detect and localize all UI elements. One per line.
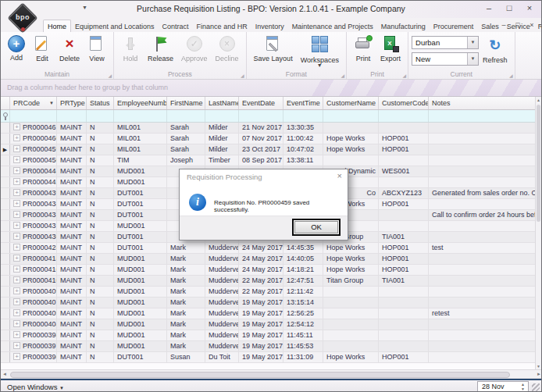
hold-button[interactable]: Hold xyxy=(117,34,144,63)
filter-cell[interactable] xyxy=(429,110,537,122)
minimize-button[interactable]: – xyxy=(479,1,499,16)
grid-row-PR0000418[interactable]: +PR0000418MAINTNMUD001MarkMudderveld24 M… xyxy=(1,254,537,265)
vertical-scrollbar[interactable]: ▲ ▼ xyxy=(535,97,541,369)
grid-row-PR0000450[interactable]: +PR0000450MAINTNTIMJosephTimber08 Sep 20… xyxy=(1,155,537,166)
expand-icon[interactable]: + xyxy=(13,244,20,251)
scroll-down-icon[interactable]: ▼ xyxy=(536,364,541,369)
ok-button[interactable]: OK xyxy=(292,219,341,236)
expand-icon[interactable]: + xyxy=(13,320,20,327)
tab-contract[interactable]: Contract xyxy=(159,20,193,32)
grid-row-PR0000407[interactable]: +PR0000407MAINTNMUD001MarkMudderveld19 M… xyxy=(1,298,537,308)
expand-icon[interactable]: + xyxy=(13,331,20,338)
horizontal-scroll-thumb[interactable] xyxy=(10,372,510,378)
site-dropdown[interactable]: Durban▼ xyxy=(412,36,479,49)
vertical-scroll-thumb[interactable] xyxy=(537,105,540,222)
dialog-launcher-icon[interactable]: ◢ xyxy=(509,73,513,78)
grid-row-PR0000460[interactable]: +PR0000460MAINTNMIL001SarahMilder07 Nov … xyxy=(1,134,537,144)
decline-button[interactable]: ×Decline xyxy=(212,34,243,63)
mdi-minimize-button[interactable]: – xyxy=(497,20,510,30)
date-spinner[interactable]: ▲▼ xyxy=(519,382,527,391)
expand-icon[interactable]: + xyxy=(13,255,20,262)
filter-cell[interactable] xyxy=(323,110,379,122)
expand-icon[interactable]: + xyxy=(13,353,20,360)
expand-icon[interactable]: + xyxy=(13,309,20,316)
workspaces-button[interactable]: Workspaces▼ xyxy=(297,34,343,68)
tab-procurement[interactable]: Procurement xyxy=(430,20,478,32)
column-header-firstname[interactable]: FirstName xyxy=(167,97,205,109)
column-header-employeenumber[interactable]: EmployeeNumber xyxy=(114,97,167,109)
date-field[interactable]: 28 Nov 2017 ▲▼ xyxy=(477,381,529,392)
refresh-button[interactable]: ↻Refresh xyxy=(479,36,512,66)
filter-cell[interactable] xyxy=(379,110,429,122)
expand-icon[interactable]: + xyxy=(13,287,20,294)
filter-pin-cell[interactable] xyxy=(1,110,10,122)
grid-row-PR0000398[interactable]: +PR0000398MAINTNMUD001MarkMudderveld19 M… xyxy=(1,330,537,341)
expand-icon[interactable]: + xyxy=(13,342,20,349)
expand-icon[interactable]: + xyxy=(13,222,20,229)
tab-equipment-and-locations[interactable]: Equipment and Locations xyxy=(71,20,159,32)
resize-grip[interactable] xyxy=(532,383,540,391)
release-button[interactable]: Release xyxy=(144,34,177,63)
grid-row-PR0000409[interactable]: +PR0000409MAINTNMUD001MarkMudderveld22 M… xyxy=(1,287,537,298)
expand-icon[interactable]: + xyxy=(13,298,20,305)
expand-icon[interactable]: + xyxy=(13,200,20,207)
expand-icon[interactable]: + xyxy=(13,265,20,273)
filter-cell[interactable] xyxy=(57,110,87,122)
dialog-launcher-icon[interactable]: ◢ xyxy=(241,73,244,78)
filter-cell[interactable] xyxy=(167,110,205,122)
grid-row-PR0000459[interactable]: ▶+PR0000459MAINTNMIL001SarahMilder23 Oct… xyxy=(1,144,537,155)
column-header-prtype[interactable]: PRType xyxy=(57,97,87,109)
expand-icon[interactable]: + xyxy=(13,145,20,152)
approve-button[interactable]: ✓Approve xyxy=(177,34,212,63)
add-button[interactable]: +Add xyxy=(4,34,29,62)
expand-icon[interactable]: + xyxy=(13,233,20,240)
save-layout-button[interactable]: Save Layout xyxy=(250,34,297,63)
dialog-launcher-icon[interactable]: ◢ xyxy=(108,73,112,78)
grid-row-PR0000416[interactable]: +PR0000416MAINTNMUD001MarkMudderveld24 M… xyxy=(1,265,537,276)
chevron-down-icon[interactable]: ▼ xyxy=(467,37,478,48)
filter-cell[interactable] xyxy=(10,110,57,122)
horizontal-scrollbar[interactable]: ◄ ► xyxy=(1,369,542,379)
grid-row-PR0000428[interactable]: +PR0000428MAINTNDUT001MarkMudderveld24 M… xyxy=(1,243,537,254)
expand-icon[interactable]: + xyxy=(13,189,20,196)
filter-cell[interactable] xyxy=(239,110,283,122)
column-header-lastname[interactable]: LastName xyxy=(205,97,239,109)
group-by-strip[interactable]: Drag a column header here to group by th… xyxy=(1,80,541,97)
grid-row-PR0000397[interactable]: +PR0000397MAINTNMUD001MarkMudderveld19 M… xyxy=(1,341,537,352)
scroll-right-icon[interactable]: ► xyxy=(537,372,541,376)
expand-icon[interactable]: + xyxy=(13,156,20,163)
column-header-customername[interactable]: CustomerName xyxy=(323,97,379,109)
filter-cell[interactable] xyxy=(114,110,167,122)
mdi-close-button[interactable]: × xyxy=(526,20,538,30)
filter-cell[interactable] xyxy=(205,110,239,122)
print-button[interactable]: Print xyxy=(350,34,376,63)
status-dropdown[interactable]: New▼ xyxy=(412,52,479,66)
column-header-status[interactable]: Status xyxy=(87,97,114,109)
column-header-prcode[interactable]: PRCode▼ xyxy=(10,97,57,109)
column-header-eventdate[interactable]: EventDate xyxy=(239,97,283,109)
grid-row-PR0000410[interactable]: +PR0000410MAINTNMUD001MarkMudderveld22 M… xyxy=(1,276,537,287)
column-header-eventtime[interactable]: EventTime xyxy=(283,97,323,109)
grid-row-PR0000405[interactable]: +PR0000405MAINTNMUD001MarkMudderveld19 M… xyxy=(1,308,537,319)
view-button[interactable]: View xyxy=(84,34,110,63)
scroll-left-icon[interactable]: ◄ xyxy=(2,372,7,376)
mdi-restore-button[interactable]: □ xyxy=(512,20,524,30)
open-windows-button[interactable]: Open Windows ▼ xyxy=(7,383,64,391)
tab-inventory[interactable]: Inventory xyxy=(251,20,288,32)
filter-dropdown-icon[interactable]: ▼ xyxy=(49,99,54,109)
delete-button[interactable]: ×Delete xyxy=(55,34,84,63)
tab-home[interactable]: Home xyxy=(43,20,71,32)
export-button[interactable]: XExport xyxy=(376,34,405,63)
grid-row-PR0000404[interactable]: +PR0000404MAINTNMUD001MarkMudderveld19 M… xyxy=(1,319,537,330)
maximize-button[interactable]: □ xyxy=(499,1,519,16)
expand-icon[interactable]: + xyxy=(13,211,20,218)
scroll-up-icon[interactable]: ▲ xyxy=(536,98,541,102)
close-button[interactable]: × xyxy=(519,1,540,16)
expand-icon[interactable]: + xyxy=(13,123,20,130)
grid-row-PR0000461[interactable]: +PR0000461MAINTNMIL001SarahMilder21 Nov … xyxy=(1,123,537,134)
column-header-customercode[interactable]: CustomerCode xyxy=(379,97,429,109)
expand-icon[interactable]: + xyxy=(13,167,20,174)
expand-icon[interactable]: + xyxy=(13,276,20,283)
dialog-close-icon[interactable]: × xyxy=(337,171,342,180)
column-header-notes[interactable]: Notes xyxy=(429,97,537,109)
